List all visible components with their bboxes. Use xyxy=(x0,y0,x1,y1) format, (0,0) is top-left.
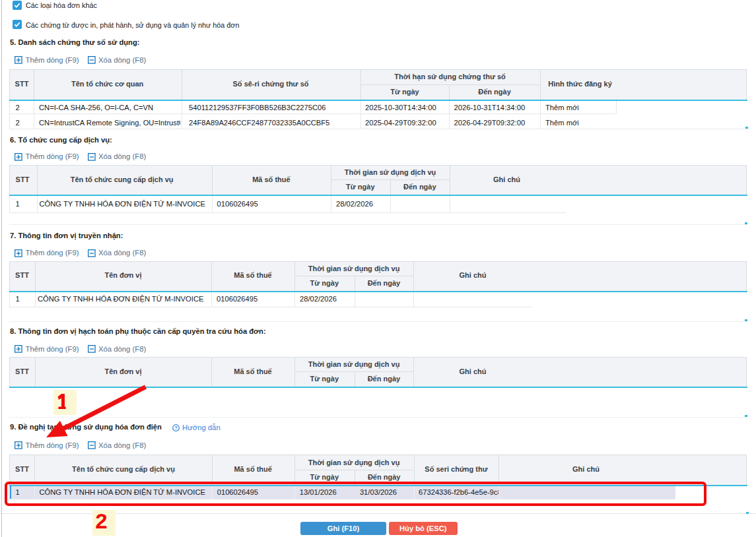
svg-text:?: ? xyxy=(174,425,178,431)
